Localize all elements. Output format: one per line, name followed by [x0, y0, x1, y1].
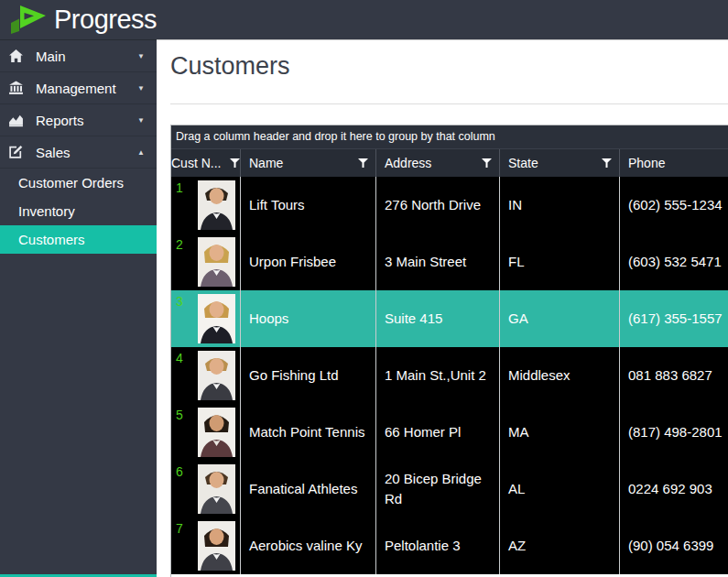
- bank-icon: [8, 81, 24, 96]
- progress-chevron-icon: [8, 5, 49, 36]
- sidebar-item-inventory[interactable]: Inventory: [0, 197, 157, 225]
- sidebar-item-management[interactable]: Management ▼: [0, 72, 157, 104]
- subnav-label: Inventory: [18, 203, 75, 219]
- column-header-name[interactable]: Name: [241, 149, 376, 177]
- address-cell: 66 Homer Pl: [376, 404, 500, 461]
- row-number: 5: [176, 406, 183, 424]
- phone-cell: 081 883 6827: [620, 347, 728, 404]
- chevron-up-icon: ▲: [137, 148, 147, 157]
- filter-icon[interactable]: [230, 158, 240, 168]
- group-by-drop-zone[interactable]: Drag a column header and drop it here to…: [171, 125, 728, 148]
- photo-cell: 3: [171, 290, 241, 347]
- app-window: Progress Main ▼ Management ▼ Reports ▼: [0, 0, 728, 577]
- table-row[interactable]: 7 Aerobics valine Ky Peltolantie 3 AZ (9…: [171, 517, 728, 574]
- column-header-address[interactable]: Address: [376, 149, 500, 177]
- table-row[interactable]: 4 Go Fishing Ltd 1 Main St.,Unit 2 Middl…: [171, 347, 728, 404]
- name-cell: Urpon Frisbee: [241, 234, 376, 290]
- column-header-label: Cust N...: [171, 156, 221, 170]
- row-number: 4: [176, 349, 183, 367]
- customer-photo: [198, 180, 235, 230]
- customers-grid: Drag a column header and drop it here to…: [170, 125, 728, 577]
- row-number: 1: [176, 179, 183, 197]
- table-row[interactable]: 2 Urpon Frisbee 3 Main Street FL (603) 5…: [171, 234, 728, 290]
- table-row[interactable]: 5 Match Point Tennis 66 Homer Pl MA (817…: [171, 404, 728, 461]
- row-number: 3: [176, 292, 183, 310]
- phone-cell: (817) 498-2801: [620, 404, 728, 461]
- photo-cell: 2: [171, 234, 241, 290]
- column-header-label: Address: [385, 156, 431, 170]
- subnav-label: Customers: [18, 232, 85, 247]
- brand-logo[interactable]: Progress: [0, 5, 157, 36]
- state-cell: Middlesex: [500, 347, 620, 404]
- top-bar: Progress: [0, 0, 728, 39]
- name-cell: Aerobics valine Ky: [241, 517, 376, 574]
- column-header-label: Name: [249, 156, 283, 170]
- chevron-down-icon: ▼: [137, 116, 147, 125]
- photo-cell: 7: [171, 517, 241, 574]
- state-cell: AZ: [500, 517, 620, 574]
- name-cell: Fanatical Athletes: [241, 461, 376, 517]
- edit-icon: [8, 145, 24, 160]
- column-header-label: State: [508, 156, 538, 170]
- photo-cell: 5: [171, 404, 241, 461]
- filter-icon[interactable]: [482, 158, 492, 168]
- sidebar-item-label: Reports: [36, 113, 137, 128]
- phone-cell: (617) 355-1557: [620, 290, 728, 347]
- sidebar-item-label: Management: [36, 81, 137, 96]
- sidebar-item-customers[interactable]: Customers: [0, 225, 157, 254]
- state-cell: GA: [500, 290, 620, 347]
- column-header-phone[interactable]: Phone: [620, 149, 728, 177]
- row-number: 6: [176, 463, 183, 481]
- address-cell: Suite 415: [376, 290, 500, 347]
- photo-cell: 6: [171, 461, 241, 517]
- page-title: Customers: [170, 52, 290, 81]
- state-cell: MA: [500, 404, 620, 461]
- name-cell: Lift Tours: [241, 177, 376, 234]
- subnav-label: Customer Orders: [18, 175, 124, 191]
- column-header-cust-n[interactable]: Cust N...: [171, 149, 241, 177]
- state-cell: FL: [500, 234, 620, 290]
- title-divider: [170, 103, 728, 104]
- state-cell: AL: [500, 461, 620, 517]
- brand-name: Progress: [54, 5, 157, 35]
- customer-photo: [198, 521, 235, 571]
- phone-cell: (603) 532 5471: [620, 234, 728, 290]
- table-row[interactable]: 1 Lift Tours 276 North Drive IN (602) 55…: [171, 177, 728, 234]
- sidebar-item-customer-orders[interactable]: Customer Orders: [0, 169, 157, 197]
- home-icon: [8, 49, 24, 64]
- chevron-down-icon: ▼: [137, 52, 147, 60]
- filter-icon[interactable]: [602, 158, 612, 168]
- state-cell: IN: [500, 177, 620, 234]
- address-cell: 276 North Drive: [376, 177, 500, 234]
- address-cell: 20 Bicep Bridge Rd: [376, 461, 500, 517]
- address-cell: 1 Main St.,Unit 2: [376, 347, 500, 404]
- sidebar-item-sales[interactable]: Sales ▲: [0, 136, 157, 169]
- sidebar-nav: Main ▼ Management ▼ Reports ▼ Sales ▲ C: [0, 39, 157, 577]
- row-number: 2: [176, 235, 183, 254]
- phone-cell: (90) 054 6399: [620, 517, 728, 574]
- chevron-down-icon: ▼: [137, 84, 147, 93]
- address-cell: Peltolantie 3: [376, 517, 500, 574]
- table-row[interactable]: 6 Fanatical Athletes 20 Bicep Bridge Rd …: [171, 461, 728, 517]
- photo-cell: 1: [171, 177, 241, 234]
- customer-photo: [198, 237, 235, 287]
- address-cell: 3 Main Street: [376, 234, 500, 290]
- name-cell: Match Point Tennis: [241, 404, 376, 461]
- phone-cell: (602) 555-1234: [620, 177, 728, 234]
- photo-cell: 4: [171, 347, 241, 404]
- grid-header-row: Cust N... Name Address State: [171, 148, 728, 177]
- filter-icon[interactable]: [358, 158, 368, 168]
- customer-photo: [198, 294, 235, 343]
- customer-photo: [198, 408, 235, 457]
- phone-cell: 0224 692 903: [620, 461, 728, 517]
- column-header-label: Phone: [628, 156, 665, 170]
- name-cell: Hoops: [241, 290, 376, 347]
- chart-icon: [8, 113, 24, 128]
- table-row-selected[interactable]: 3 Hoops Suite 415 GA (617) 355-1557: [171, 290, 728, 347]
- customer-photo: [198, 351, 235, 400]
- sidebar-item-main[interactable]: Main ▼: [0, 40, 157, 72]
- main-content: Customers Drag a column header and drop …: [157, 39, 728, 577]
- column-header-state[interactable]: State: [500, 149, 620, 177]
- row-number: 7: [176, 519, 183, 538]
- sidebar-item-reports[interactable]: Reports ▼: [0, 104, 157, 136]
